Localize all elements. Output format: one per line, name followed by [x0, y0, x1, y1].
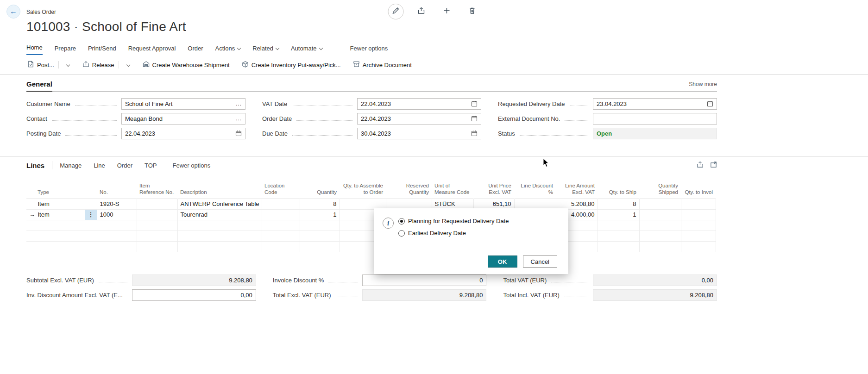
- column-header[interactable]: Qty. to Assemble to Order: [340, 181, 386, 199]
- table-cell[interactable]: 8: [598, 199, 639, 209]
- requested-delivery-date-input[interactable]: 23.04.2023: [593, 98, 717, 110]
- column-header[interactable]: Description: [177, 181, 262, 199]
- table-cell[interactable]: [262, 231, 300, 241]
- table-cell[interactable]: [300, 241, 340, 252]
- column-header[interactable]: Qty. to Ship: [598, 181, 639, 199]
- order-date-input[interactable]: 22.04.2023: [357, 113, 481, 125]
- calendar-icon[interactable]: [471, 130, 478, 137]
- column-header[interactable]: Reserved Quantity: [386, 181, 432, 199]
- radio-planning-for-requested-delivery-date[interactable]: Planning for Requested Delivery Date: [398, 218, 509, 224]
- table-cell[interactable]: [639, 220, 681, 231]
- due-date-input[interactable]: 30.04.2023: [357, 128, 481, 139]
- table-cell[interactable]: 1: [598, 209, 639, 220]
- table-cell[interactable]: [262, 241, 300, 252]
- tab-automate[interactable]: Automate: [291, 45, 322, 55]
- lines-tab-top[interactable]: TOP: [145, 162, 157, 169]
- radio-unselected-icon[interactable]: [398, 230, 405, 237]
- table-cell[interactable]: [137, 199, 177, 209]
- table-cell[interactable]: 1: [300, 209, 340, 220]
- table-cell[interactable]: [262, 209, 300, 220]
- radio-selected-icon[interactable]: [398, 218, 405, 224]
- lines-tab-manage[interactable]: Manage: [60, 162, 82, 169]
- release-dropdown-button[interactable]: [122, 60, 132, 70]
- table-cell[interactable]: [300, 220, 340, 231]
- table-cell[interactable]: [262, 220, 300, 231]
- table-cell[interactable]: STÜCK: [432, 199, 473, 209]
- tab-print-send[interactable]: Print/Send: [88, 45, 116, 55]
- table-cell[interactable]: Tourenrad: [177, 209, 262, 220]
- column-header[interactable]: Unit Price Excl. VAT: [473, 181, 514, 199]
- table-cell[interactable]: [681, 241, 716, 252]
- table-cell[interactable]: [514, 199, 556, 209]
- table-cell[interactable]: [137, 220, 177, 231]
- table-cell[interactable]: [177, 241, 262, 252]
- tab-prepare[interactable]: Prepare: [55, 45, 76, 55]
- lines-fewer-options-link[interactable]: Fewer options: [172, 162, 210, 169]
- row-menu-icon[interactable]: ⋮: [85, 209, 97, 220]
- table-cell[interactable]: [681, 231, 716, 241]
- column-header[interactable]: Line Discount %: [514, 181, 556, 199]
- cancel-button[interactable]: Cancel: [523, 256, 557, 268]
- vat-date-input[interactable]: 22.04.2023: [357, 98, 481, 110]
- table-cell[interactable]: [137, 241, 177, 252]
- general-heading[interactable]: General: [26, 80, 52, 92]
- calendar-icon[interactable]: [235, 130, 242, 137]
- table-cell[interactable]: [681, 199, 716, 209]
- create-warehouse-shipment-button[interactable]: Create Warehouse Shipment: [142, 59, 231, 71]
- table-cell[interactable]: [137, 209, 177, 220]
- assist-edit-icon[interactable]: ...: [233, 100, 242, 107]
- assist-edit-icon[interactable]: ...: [233, 115, 242, 122]
- customer-name-input[interactable]: School of Fine Art ...: [121, 98, 245, 110]
- column-header[interactable]: Quantity Shipped: [639, 181, 681, 199]
- tab-related[interactable]: Related: [252, 45, 279, 55]
- show-more-link[interactable]: Show more: [689, 81, 717, 87]
- lines-tab-line[interactable]: Line: [94, 162, 105, 169]
- new-button[interactable]: [439, 4, 455, 19]
- archive-document-button[interactable]: Archive Document: [352, 59, 413, 71]
- table-cell[interactable]: [639, 209, 681, 220]
- calendar-icon[interactable]: [471, 100, 478, 107]
- table-cell[interactable]: 1920-S: [97, 199, 137, 209]
- fewer-options-link[interactable]: Fewer options: [350, 45, 388, 55]
- column-header[interactable]: Unit of Measure Code: [432, 181, 473, 199]
- delete-button[interactable]: [465, 4, 480, 19]
- table-cell[interactable]: [639, 199, 681, 209]
- lines-tab-order[interactable]: Order: [117, 162, 132, 169]
- row-menu-icon[interactable]: [85, 220, 97, 231]
- table-cell[interactable]: 1000: [97, 209, 137, 220]
- table-cell[interactable]: [262, 199, 300, 209]
- column-header[interactable]: Type: [35, 181, 85, 199]
- table-cell[interactable]: [177, 231, 262, 241]
- table-cell[interactable]: [35, 241, 85, 252]
- table-cell[interactable]: [137, 231, 177, 241]
- post-button[interactable]: Post...: [26, 59, 55, 71]
- calendar-icon[interactable]: [471, 115, 478, 122]
- expand-icon[interactable]: [710, 161, 717, 169]
- tab-actions[interactable]: Actions: [215, 45, 241, 55]
- ok-button[interactable]: OK: [488, 256, 517, 268]
- table-cell[interactable]: Item: [35, 199, 85, 209]
- column-header[interactable]: Location Code: [262, 181, 300, 199]
- table-cell[interactable]: [681, 220, 716, 231]
- tab-order[interactable]: Order: [188, 45, 203, 55]
- edit-button[interactable]: [388, 4, 404, 19]
- table-cell[interactable]: [97, 220, 137, 231]
- table-cell[interactable]: [177, 220, 262, 231]
- tab-home[interactable]: Home: [26, 44, 43, 55]
- column-header[interactable]: No.: [97, 181, 137, 199]
- table-cell[interactable]: [598, 231, 639, 241]
- row-menu-icon[interactable]: [85, 231, 97, 241]
- row-menu-icon[interactable]: [85, 241, 97, 252]
- column-header[interactable]: Line Amount Excl. VAT: [556, 181, 598, 199]
- table-cell[interactable]: [97, 231, 137, 241]
- post-dropdown-button[interactable]: [62, 60, 71, 70]
- posting-date-input[interactable]: 22.04.2023: [121, 128, 245, 139]
- table-cell[interactable]: [598, 241, 639, 252]
- table-cell[interactable]: [35, 220, 85, 231]
- radio-earliest-delivery-date[interactable]: Earliest Delivery Date: [398, 230, 509, 237]
- table-cell[interactable]: Item: [35, 209, 85, 220]
- share-icon[interactable]: [697, 161, 704, 169]
- table-cell[interactable]: [35, 231, 85, 241]
- column-header[interactable]: Item Reference No.: [137, 181, 177, 199]
- back-button[interactable]: ←: [6, 5, 20, 19]
